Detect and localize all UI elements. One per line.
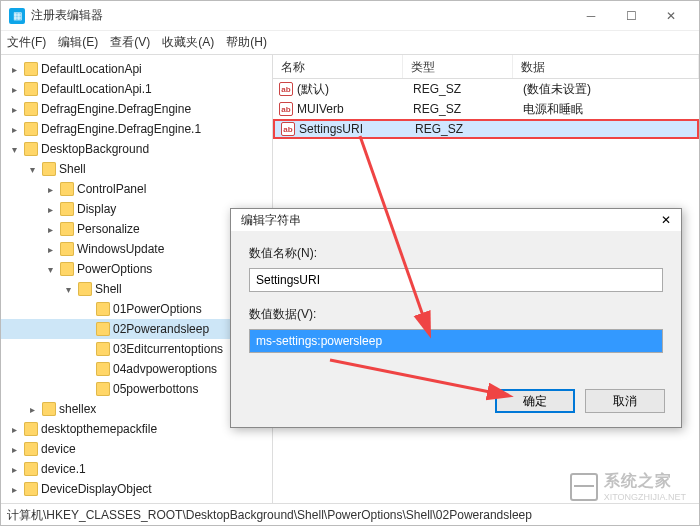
value-type: REG_SZ xyxy=(413,102,523,116)
value-data: 电源和睡眠 xyxy=(523,101,699,118)
tree-item[interactable]: ▾Shell xyxy=(1,159,272,179)
tree-item[interactable]: ▸device xyxy=(1,439,272,459)
value-name: MUIVerb xyxy=(297,102,413,116)
folder-icon xyxy=(60,202,74,216)
tree-item[interactable]: ▾DesktopBackground xyxy=(1,139,272,159)
ok-button[interactable]: 确定 xyxy=(495,389,575,413)
tree-item[interactable]: ▸ControlPanel xyxy=(1,179,272,199)
statusbar: 计算机\HKEY_CLASSES_ROOT\DesktopBackground\… xyxy=(1,503,699,525)
list-row[interactable]: abSettingsURIREG_SZ xyxy=(273,119,699,139)
tree-item[interactable]: ▸DefaultLocationApi.1 xyxy=(1,79,272,99)
menu-view[interactable]: 查看(V) xyxy=(110,34,150,51)
string-value-icon: ab xyxy=(281,122,295,136)
menu-edit[interactable]: 编辑(E) xyxy=(58,34,98,51)
list-row[interactable]: abMUIVerbREG_SZ电源和睡眠 xyxy=(273,99,699,119)
col-name[interactable]: 名称 xyxy=(273,55,403,78)
tree-label: 01PowerOptions xyxy=(113,302,202,316)
chevron-right-icon[interactable]: ▸ xyxy=(7,444,21,455)
chevron-down-icon[interactable]: ▾ xyxy=(7,144,21,155)
folder-icon xyxy=(24,142,38,156)
value-data-input[interactable] xyxy=(249,329,663,353)
tree-label: Display xyxy=(77,202,116,216)
tree-label: device xyxy=(41,442,76,456)
dialog-title: 编辑字符串 xyxy=(241,212,661,229)
tree-label: WindowsUpdate xyxy=(77,242,164,256)
chevron-down-icon[interactable]: ▾ xyxy=(25,164,39,175)
folder-icon xyxy=(60,242,74,256)
chevron-right-icon[interactable]: ▸ xyxy=(43,184,57,195)
chevron-right-icon[interactable]: ▸ xyxy=(43,244,57,255)
chevron-right-icon[interactable]: ▸ xyxy=(7,484,21,495)
chevron-right-icon[interactable]: ▸ xyxy=(7,84,21,95)
folder-icon xyxy=(24,82,38,96)
menu-favorites[interactable]: 收藏夹(A) xyxy=(162,34,214,51)
edit-string-dialog: 编辑字符串 ✕ 数值名称(N): 数值数据(V): 确定 取消 xyxy=(230,208,682,428)
tree-label: DefaultLocationApi xyxy=(41,62,142,76)
cancel-button[interactable]: 取消 xyxy=(585,389,665,413)
list-row[interactable]: ab(默认)REG_SZ(数值未设置) xyxy=(273,79,699,99)
value-name-label: 数值名称(N): xyxy=(249,245,663,262)
folder-icon xyxy=(24,122,38,136)
tree-label: Shell xyxy=(59,162,86,176)
value-data: (数值未设置) xyxy=(523,81,699,98)
chevron-right-icon[interactable]: ▸ xyxy=(7,464,21,475)
close-button[interactable]: ✕ xyxy=(651,2,691,30)
folder-icon xyxy=(24,442,38,456)
value-name: (默认) xyxy=(297,81,413,98)
tree-label: DeviceDisplayObject xyxy=(41,482,152,496)
folder-icon xyxy=(60,182,74,196)
folder-icon xyxy=(96,302,110,316)
value-name-input[interactable] xyxy=(249,268,663,292)
tree-label: 02Powerandsleep xyxy=(113,322,209,336)
window-title: 注册表编辑器 xyxy=(31,7,571,24)
folder-icon xyxy=(24,422,38,436)
folder-icon xyxy=(96,362,110,376)
tree-label: ControlPanel xyxy=(77,182,146,196)
folder-icon xyxy=(60,262,74,276)
folder-icon xyxy=(96,382,110,396)
tree-item[interactable]: ▸DeviceDisplayObject xyxy=(1,479,272,499)
value-type: REG_SZ xyxy=(415,122,525,136)
tree-label: DefaultLocationApi.1 xyxy=(41,82,152,96)
tree-label: PowerOptions xyxy=(77,262,152,276)
chevron-right-icon[interactable]: ▸ xyxy=(7,424,21,435)
dialog-buttons: 确定 取消 xyxy=(231,381,681,427)
folder-icon xyxy=(96,342,110,356)
menu-help[interactable]: 帮助(H) xyxy=(226,34,267,51)
menu-file[interactable]: 文件(F) xyxy=(7,34,46,51)
col-type[interactable]: 类型 xyxy=(403,55,513,78)
tree-item[interactable]: ▸device.1 xyxy=(1,459,272,479)
chevron-down-icon[interactable]: ▾ xyxy=(61,284,75,295)
string-value-icon: ab xyxy=(279,82,293,96)
chevron-right-icon[interactable]: ▸ xyxy=(43,224,57,235)
value-name: SettingsURI xyxy=(299,122,415,136)
tree-label: 05powerbottons xyxy=(113,382,198,396)
tree-label: 03Editcurrentoptions xyxy=(113,342,223,356)
app-icon: ▦ xyxy=(9,8,25,24)
tree-label: device.1 xyxy=(41,462,86,476)
chevron-right-icon[interactable]: ▸ xyxy=(7,64,21,75)
maximize-button[interactable]: ☐ xyxy=(611,2,651,30)
watermark-sub: XITONGZHIJIA.NET xyxy=(604,492,686,502)
chevron-right-icon[interactable]: ▸ xyxy=(7,104,21,115)
chevron-down-icon[interactable]: ▾ xyxy=(43,264,57,275)
tree-label: shellex xyxy=(59,402,96,416)
chevron-right-icon[interactable]: ▸ xyxy=(43,204,57,215)
folder-icon xyxy=(24,462,38,476)
folder-icon xyxy=(24,102,38,116)
chevron-right-icon[interactable]: ▸ xyxy=(25,404,39,415)
tree-item[interactable]: ▸DefragEngine.DefragEngine.1 xyxy=(1,119,272,139)
folder-icon xyxy=(60,222,74,236)
titlebar: ▦ 注册表编辑器 ─ ☐ ✕ xyxy=(1,1,699,31)
tree-item[interactable]: ▸DefaultLocationApi xyxy=(1,59,272,79)
tree-label: Shell xyxy=(95,282,122,296)
tree-label: Personalize xyxy=(77,222,140,236)
folder-icon xyxy=(96,322,110,336)
folder-icon xyxy=(42,162,56,176)
dialog-close-button[interactable]: ✕ xyxy=(661,213,671,227)
minimize-button[interactable]: ─ xyxy=(571,2,611,30)
col-data[interactable]: 数据 xyxy=(513,55,699,78)
watermark-logo-icon xyxy=(570,473,598,501)
chevron-right-icon[interactable]: ▸ xyxy=(7,124,21,135)
tree-item[interactable]: ▸DefragEngine.DefragEngine xyxy=(1,99,272,119)
